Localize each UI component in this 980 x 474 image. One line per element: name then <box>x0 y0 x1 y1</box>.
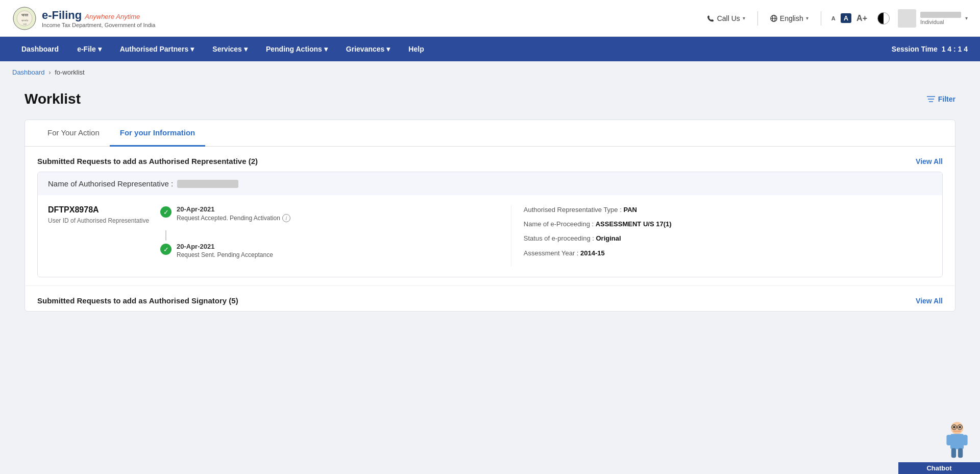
user-dropdown-arrow[interactable]: ▾ <box>965 15 968 21</box>
page-content: Worklist Filter For Your Action For your… <box>0 83 980 328</box>
rep-timeline-col: ✓ 20-Apr-2021 Request Accepted. Pending … <box>150 205 511 267</box>
rep-detail-proceeding: Name of e-Proceeding : ASSESSMENT U/S 17… <box>524 220 932 229</box>
logo-area: भारत सत्यमेव जयते e-Filing Anywhere Anyt… <box>12 6 155 31</box>
emblem-icon: भारत सत्यमेव जयते <box>12 6 37 31</box>
timeline-content-2: 20-Apr-2021 Request Sent. Pending Accept… <box>177 243 273 258</box>
rep-detail-status: Status of e-proceeding : Original <box>524 234 932 243</box>
nav-efile[interactable]: e-File ▾ <box>68 37 111 61</box>
section-signatory-title: Submitted Requests to add as Authorised … <box>37 296 238 305</box>
breadcrumb: Dashboard › fo-worklist <box>12 68 85 76</box>
user-type: Individual <box>920 19 961 25</box>
rep-card-header: Name of Authorised Representative : <box>38 172 942 195</box>
timeline-item-2: ✓ 20-Apr-2021 Request Sent. Pending Acce… <box>160 243 501 258</box>
header-controls: Call Us ▾ English ▾ A A A+ Individual <box>703 9 968 28</box>
section-representative-title: Submitted Requests to add as Authorised … <box>37 157 258 165</box>
main-nav: Dashboard e-File ▾ Authorised Partners ▾… <box>0 37 980 61</box>
nav-services[interactable]: Services ▾ <box>203 37 257 61</box>
view-all-signatory-button[interactable]: View All <box>916 297 943 305</box>
timeline-item-1: ✓ 20-Apr-2021 Request Accepted. Pending … <box>160 205 501 222</box>
nav-help[interactable]: Help <box>399 37 433 61</box>
section-signatory-header: Submitted Requests to add as Authorised … <box>25 286 955 311</box>
timeline-check-icon-1: ✓ <box>160 206 172 218</box>
filter-icon <box>927 96 935 103</box>
timeline-desc-1: Request Accepted. Pending Activation i <box>177 214 290 222</box>
rep-detail-type: Authorised Representative Type : PAN <box>524 205 932 215</box>
logo-title: e-Filing Anywhere Anytime <box>42 9 155 22</box>
rep-id-col: DFTPX8978A User ID of Authorised Represe… <box>48 205 150 267</box>
nav-pending-actions[interactable]: Pending Actions ▾ <box>257 37 337 61</box>
page-title-row: Worklist Filter <box>24 91 955 107</box>
timeline-date-1: 20-Apr-2021 <box>177 205 290 213</box>
contrast-toggle[interactable] <box>877 12 890 25</box>
tabs-row: For Your Action For your Information <box>25 120 955 147</box>
language-button[interactable]: English ▾ <box>766 12 813 25</box>
call-us-button[interactable]: Call Us ▾ <box>703 12 749 25</box>
logo-subtitle: Income Tax Department, Government of Ind… <box>42 22 155 28</box>
rep-id-label: User ID of Authorised Representative <box>48 217 150 225</box>
section-representative-header: Submitted Requests to add as Authorised … <box>25 147 955 172</box>
rep-detail-year: Assessment Year : 2014-15 <box>524 249 932 258</box>
timeline-check-icon-2: ✓ <box>160 244 172 255</box>
rep-details-col: Authorised Representative Type : PAN Nam… <box>511 205 932 267</box>
header-divider-1 <box>757 11 758 26</box>
info-icon-1[interactable]: i <box>282 214 290 222</box>
representative-card: Name of Authorised Representative : DFTP… <box>37 172 943 277</box>
nav-grievances[interactable]: Grievances ▾ <box>337 37 400 61</box>
rep-name-redacted <box>177 180 238 188</box>
font-medium-button[interactable]: A <box>841 13 851 23</box>
user-avatar <box>898 9 916 28</box>
timeline-desc-2: Request Sent. Pending Acceptance <box>177 251 273 258</box>
nav-dashboard[interactable]: Dashboard <box>12 37 68 61</box>
svg-text:सत्यमेव: सत्यमेव <box>21 19 29 22</box>
svg-text:जयते: जयते <box>22 23 27 26</box>
worklist-card: For Your Action For your Information Sub… <box>24 120 955 312</box>
phone-icon <box>707 15 715 22</box>
tab-for-your-information[interactable]: For your Information <box>110 120 206 147</box>
svg-text:भारत: भारत <box>21 13 29 17</box>
rep-id: DFTPX8978A <box>48 205 150 215</box>
font-small-button[interactable]: A <box>829 14 838 22</box>
timeline-date-2: 20-Apr-2021 <box>177 243 273 250</box>
tab-for-your-action[interactable]: For Your Action <box>37 120 110 147</box>
breadcrumb-separator: › <box>48 68 53 76</box>
timeline-connector <box>165 230 166 241</box>
filter-button[interactable]: Filter <box>927 95 955 103</box>
timeline-content-1: 20-Apr-2021 Request Accepted. Pending Ac… <box>177 205 290 222</box>
view-all-representative-button[interactable]: View All <box>916 157 943 165</box>
top-header: भारत सत्यमेव जयते e-Filing Anywhere Anyt… <box>0 0 980 37</box>
header-divider-2 <box>821 11 821 26</box>
font-controls: A A A+ <box>829 13 869 24</box>
breadcrumb-bar: Dashboard › fo-worklist <box>0 61 980 83</box>
page-title: Worklist <box>24 91 81 107</box>
user-info: Individual <box>920 12 961 25</box>
globe-icon <box>770 15 777 22</box>
user-area: Individual ▾ <box>898 9 968 28</box>
rep-card-body: DFTPX8978A User ID of Authorised Represe… <box>38 195 942 277</box>
font-large-button[interactable]: A+ <box>854 13 869 24</box>
logo-text: e-Filing Anywhere Anytime Income Tax Dep… <box>42 9 155 28</box>
session-time: Session Time 1 4 : 1 4 <box>892 45 968 53</box>
nav-authorised-partners[interactable]: Authorised Partners ▾ <box>111 37 204 61</box>
breadcrumb-home[interactable]: Dashboard <box>12 68 45 76</box>
breadcrumb-current: fo-worklist <box>55 68 85 76</box>
user-name-redacted <box>920 12 961 18</box>
